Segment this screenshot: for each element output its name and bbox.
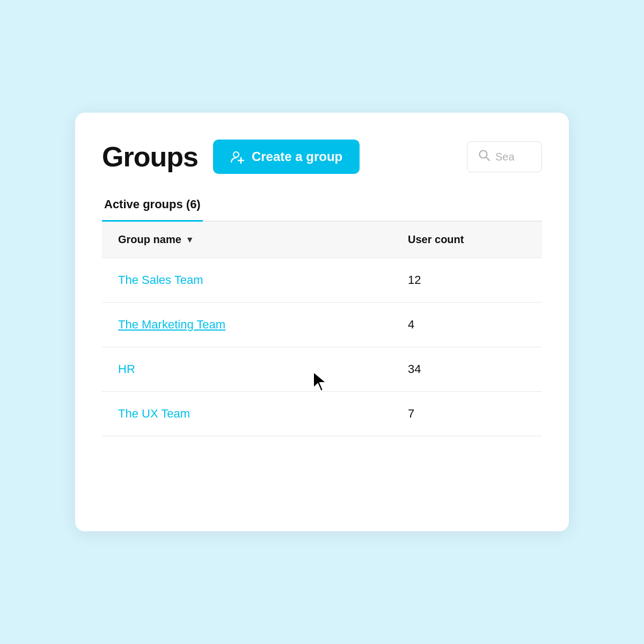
group-link[interactable]: The Sales Team — [118, 273, 408, 287]
svg-line-4 — [486, 157, 489, 160]
add-group-icon — [230, 149, 245, 164]
group-link[interactable]: HR — [118, 362, 408, 376]
table-row: HR 34 — [102, 347, 542, 392]
header-row: Groups Create a group Sea — [102, 140, 542, 174]
col-user-count: User count — [408, 233, 526, 246]
col-group-name[interactable]: Group name ▼ — [118, 233, 408, 246]
tabs-row: Active groups (6) — [102, 197, 542, 222]
user-count: 34 — [408, 362, 526, 376]
table-row: The UX Team 7 — [102, 392, 542, 436]
create-group-label: Create a group — [252, 149, 342, 164]
search-placeholder-text: Sea — [495, 151, 515, 163]
group-link[interactable]: The UX Team — [118, 407, 408, 421]
user-count: 7 — [408, 407, 526, 421]
main-card: Groups Create a group Sea — [75, 113, 569, 531]
tab-active-groups[interactable]: Active groups (6) — [102, 197, 203, 222]
create-group-button[interactable]: Create a group — [213, 140, 360, 174]
table-header: Group name ▼ User count — [102, 222, 542, 258]
sort-arrow-icon: ▼ — [186, 235, 194, 245]
search-box[interactable]: Sea — [467, 141, 542, 172]
user-count: 4 — [408, 318, 526, 332]
user-count: 12 — [408, 273, 526, 287]
search-icon — [478, 149, 490, 164]
table-row: The Sales Team 12 — [102, 258, 542, 303]
page-title: Groups — [102, 141, 198, 173]
svg-point-0 — [233, 152, 239, 157]
group-link[interactable]: The Marketing Team — [118, 318, 408, 332]
groups-table: Group name ▼ User count The Sales Team 1… — [102, 222, 542, 436]
table-row: The Marketing Team 4 — [102, 303, 542, 347]
